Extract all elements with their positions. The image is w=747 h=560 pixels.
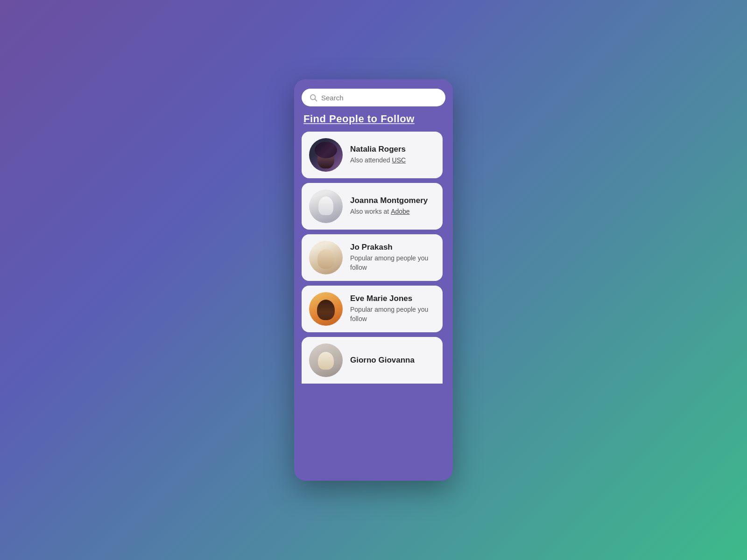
detail-link-usc[interactable]: USC	[392, 156, 406, 164]
person-name-jo-prakash: Jo Prakash	[350, 243, 435, 252]
person-info-giorno-giovanna: Giorno Giovanna	[350, 356, 415, 365]
search-input[interactable]	[321, 94, 438, 102]
person-name-natalia-rogers: Natalia Rogers	[350, 145, 406, 154]
person-info-jo-prakash: Jo Prakash Popular among people you foll…	[350, 243, 435, 272]
person-card-eve-marie-jones[interactable]: Eve Marie Jones Popular among people you…	[302, 286, 443, 332]
phone-panel: Find People to Follow Natalia Rogers Als…	[294, 79, 453, 481]
svg-line-1	[315, 99, 317, 101]
person-detail-natalia-rogers: Also attended USC	[350, 156, 406, 165]
detail-link-adobe[interactable]: Adobe	[391, 208, 409, 215]
person-card-natalia-rogers[interactable]: Natalia Rogers Also attended USC	[302, 132, 443, 178]
person-detail-joanna-montgomery: Also works at Adobe	[350, 207, 428, 217]
avatar-jo-prakash	[309, 241, 343, 274]
person-name-eve-marie-jones: Eve Marie Jones	[350, 294, 435, 303]
person-info-eve-marie-jones: Eve Marie Jones Popular among people you…	[350, 294, 435, 323]
avatar-natalia-rogers	[309, 138, 343, 172]
person-card-giorno-giovanna[interactable]: Giorno Giovanna	[302, 337, 443, 384]
person-name-giorno-giovanna: Giorno Giovanna	[350, 356, 415, 365]
person-info-joanna-montgomery: Joanna Montgomery Also works at Adobe	[350, 196, 428, 217]
avatar-joanna-montgomery	[309, 189, 343, 223]
section-title: Find People to Follow	[302, 113, 445, 125]
avatar-eve-marie-jones	[309, 292, 343, 326]
person-card-jo-prakash[interactable]: Jo Prakash Popular among people you foll…	[302, 234, 443, 281]
people-list: Natalia Rogers Also attended USC Joanna …	[302, 132, 445, 384]
avatar-giorno-giovanna	[309, 343, 343, 377]
person-detail-eve-marie-jones: Popular among people you follow	[350, 305, 435, 323]
person-info-natalia-rogers: Natalia Rogers Also attended USC	[350, 145, 406, 165]
person-name-joanna-montgomery: Joanna Montgomery	[350, 196, 428, 205]
search-icon	[309, 93, 317, 102]
search-bar[interactable]	[302, 89, 445, 106]
person-detail-jo-prakash: Popular among people you follow	[350, 254, 435, 272]
person-card-joanna-montgomery[interactable]: Joanna Montgomery Also works at Adobe	[302, 183, 443, 230]
